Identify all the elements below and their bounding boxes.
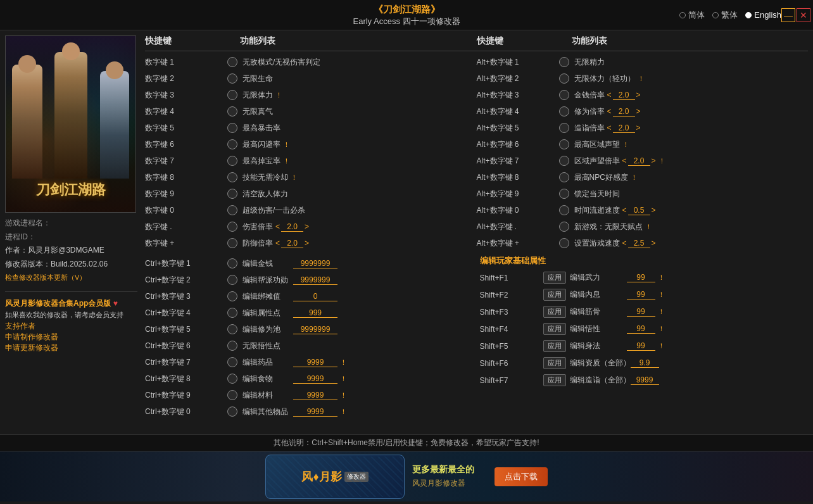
- ctrl-value[interactable]: 9999999: [293, 259, 337, 268]
- value-input[interactable]: [281, 239, 303, 248]
- shift-value[interactable]: 9.9: [631, 358, 659, 368]
- apply-button[interactable]: 应用: [543, 374, 566, 386]
- toggle-btn[interactable]: [227, 106, 237, 117]
- ctrl-toggle[interactable]: [227, 275, 237, 285]
- ctrl-toggle[interactable]: [227, 374, 237, 384]
- arrow-right[interactable]: >: [652, 156, 656, 165]
- shift-value[interactable]: 9999: [631, 375, 659, 385]
- value-control[interactable]: < >: [275, 239, 309, 248]
- ctrl-value[interactable]: 9999: [293, 374, 337, 384]
- warn-icon[interactable]: ！: [275, 91, 282, 100]
- arrow-left[interactable]: <: [607, 107, 612, 116]
- apply-button[interactable]: 应用: [543, 289, 566, 301]
- warn-icon[interactable]: ！: [622, 140, 629, 149]
- shift-value[interactable]: 99: [627, 290, 655, 299]
- toggle-btn[interactable]: [227, 123, 237, 133]
- arrow-left[interactable]: <: [622, 206, 627, 215]
- toggle-btn[interactable]: [559, 238, 569, 248]
- value-input[interactable]: [628, 239, 650, 248]
- ctrl-value[interactable]: 9999: [293, 358, 337, 367]
- toggle-btn[interactable]: [227, 172, 237, 182]
- apply-button[interactable]: 应用: [543, 306, 566, 318]
- toggle-btn[interactable]: [559, 156, 569, 166]
- warn-icon[interactable]: ！: [631, 173, 638, 182]
- toggle-btn[interactable]: [559, 189, 569, 199]
- request-make-link[interactable]: 申请制作修改器: [5, 332, 137, 343]
- close-button[interactable]: ✕: [797, 8, 810, 22]
- ctrl-toggle[interactable]: [227, 390, 237, 400]
- shift-value[interactable]: 99: [627, 341, 655, 351]
- ctrl-toggle[interactable]: [227, 258, 237, 268]
- arrow-right[interactable]: >: [636, 107, 641, 116]
- value-input[interactable]: [613, 107, 635, 117]
- value-input[interactable]: [628, 156, 650, 166]
- warn-icon[interactable]: ！: [340, 374, 347, 384]
- toggle-btn[interactable]: [227, 73, 237, 84]
- toggle-btn[interactable]: [559, 90, 569, 100]
- warn-icon[interactable]: ！: [283, 140, 290, 149]
- value-input[interactable]: [281, 222, 303, 232]
- toggle-btn[interactable]: [227, 222, 237, 232]
- request-update-link[interactable]: 申请更新修改器: [5, 343, 137, 353]
- apply-button[interactable]: 应用: [543, 357, 566, 369]
- value-control[interactable]: < >: [622, 156, 656, 166]
- toggle-btn[interactable]: [559, 73, 569, 84]
- ctrl-value[interactable]: 999: [293, 308, 337, 318]
- arrow-left[interactable]: <: [622, 156, 627, 165]
- warn-icon[interactable]: ！: [659, 156, 665, 166]
- value-input[interactable]: [628, 206, 650, 215]
- lang-simplified[interactable]: 简体: [679, 9, 705, 21]
- warn-icon[interactable]: ！: [340, 391, 347, 400]
- toggle-btn[interactable]: [559, 172, 569, 182]
- apply-button[interactable]: 应用: [543, 340, 566, 352]
- arrow-left[interactable]: <: [607, 123, 612, 132]
- ctrl-value[interactable]: 9999999: [293, 275, 337, 285]
- warn-icon[interactable]: ！: [645, 222, 652, 232]
- warn-icon[interactable]: ！: [658, 324, 665, 334]
- warn-icon[interactable]: ！: [340, 358, 347, 367]
- warn-icon[interactable]: ！: [658, 273, 665, 282]
- value-input[interactable]: [613, 123, 635, 133]
- arrow-right[interactable]: >: [636, 123, 641, 132]
- warn-icon[interactable]: ！: [658, 307, 665, 317]
- ctrl-toggle[interactable]: [227, 324, 237, 334]
- ctrl-toggle[interactable]: [227, 406, 237, 417]
- apply-button[interactable]: 应用: [543, 323, 566, 335]
- toggle-btn[interactable]: [227, 238, 237, 248]
- toggle-btn[interactable]: [559, 139, 569, 149]
- warn-icon[interactable]: ！: [283, 156, 290, 166]
- arrow-left[interactable]: <: [275, 239, 280, 248]
- arrow-right[interactable]: >: [652, 206, 656, 215]
- toggle-btn[interactable]: [227, 189, 237, 199]
- shift-value[interactable]: 99: [627, 307, 655, 317]
- value-control[interactable]: < >: [607, 107, 641, 117]
- ctrl-value[interactable]: 9999: [293, 407, 337, 417]
- lang-traditional[interactable]: 繁体: [712, 9, 738, 21]
- warn-icon[interactable]: ！: [658, 290, 665, 299]
- toggle-btn[interactable]: [227, 205, 237, 215]
- ctrl-value[interactable]: 9999: [293, 391, 337, 400]
- toggle-btn[interactable]: [227, 156, 237, 166]
- version-check-link[interactable]: 检查修改器版本更新（V）: [5, 274, 86, 281]
- banner-cta-button[interactable]: 点击下载: [495, 467, 548, 486]
- value-control[interactable]: < >: [607, 91, 641, 100]
- toggle-btn[interactable]: [559, 123, 569, 133]
- apply-button[interactable]: 应用: [543, 272, 566, 284]
- toggle-btn[interactable]: [559, 57, 569, 67]
- support-author-link[interactable]: 支持作者: [5, 321, 137, 332]
- toggle-btn[interactable]: [559, 205, 569, 215]
- arrow-right[interactable]: >: [636, 91, 641, 99]
- ctrl-toggle[interactable]: [227, 341, 237, 351]
- ctrl-value[interactable]: 0: [293, 292, 337, 301]
- arrow-left[interactable]: <: [622, 239, 627, 248]
- shift-value[interactable]: 99: [627, 273, 655, 282]
- arrow-right[interactable]: >: [305, 239, 309, 248]
- warn-icon[interactable]: ！: [291, 173, 298, 182]
- minimize-button[interactable]: —: [781, 8, 795, 22]
- toggle-btn[interactable]: [227, 57, 237, 67]
- toggle-btn[interactable]: [227, 90, 237, 100]
- value-control[interactable]: < >: [622, 206, 656, 215]
- toggle-btn[interactable]: [559, 222, 569, 232]
- value-control[interactable]: < >: [622, 239, 656, 248]
- warn-icon[interactable]: ！: [340, 407, 347, 417]
